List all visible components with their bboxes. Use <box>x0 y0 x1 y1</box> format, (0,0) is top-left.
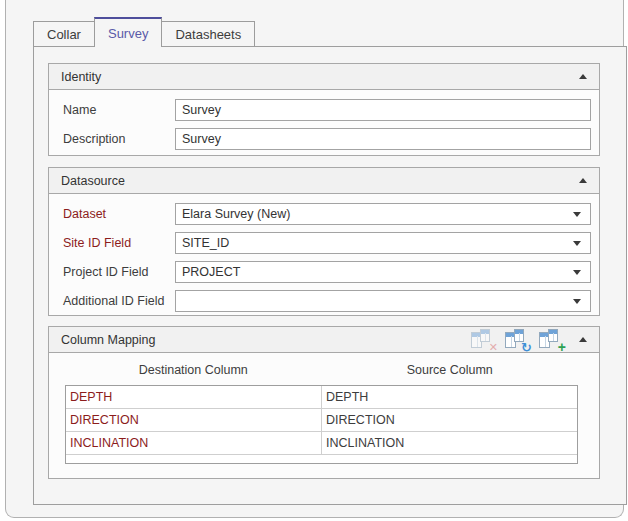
delete-mapping-icon[interactable]: ✕ <box>470 329 497 350</box>
project-id-field-value: PROJECT <box>182 265 240 279</box>
identity-group-title: Identity <box>61 70 101 84</box>
table-glyph <box>548 329 558 342</box>
table-row[interactable]: DEPTH DEPTH <box>66 386 577 409</box>
description-input[interactable] <box>175 128 591 150</box>
name-row: Name <box>63 99 591 121</box>
site-id-field-row: Site ID Field SITE_ID <box>63 232 591 254</box>
mapping-column-headers: Destination Column Source Column <box>65 363 578 377</box>
additional-id-field-row: Additional ID Field <box>63 290 591 312</box>
collapse-caret-icon[interactable] <box>579 178 587 183</box>
green-plus-glyph: + <box>558 340 566 354</box>
project-id-field-dropdown[interactable]: PROJECT <box>175 261 591 283</box>
column-mapping-group: Column Mapping ✕ ↻ + <box>48 326 600 479</box>
additional-id-field-dropdown[interactable] <box>175 290 591 312</box>
description-label: Description <box>63 132 175 146</box>
refresh-mapping-icon[interactable]: ↻ <box>504 329 531 350</box>
destination-column-header: Destination Column <box>65 363 322 377</box>
collapse-caret-icon[interactable] <box>579 74 587 79</box>
project-id-field-row: Project ID Field PROJECT <box>63 261 591 283</box>
source-column-header: Source Column <box>322 363 579 377</box>
dropdown-caret-icon <box>573 212 581 217</box>
site-id-field-value: SITE_ID <box>182 236 229 250</box>
refresh-arrows-glyph: ↻ <box>521 341 532 354</box>
tab-collar[interactable]: Collar <box>33 21 95 47</box>
tab-bar: Collar Survey Datasheets <box>33 17 255 47</box>
add-mapping-icon[interactable]: + <box>538 329 565 350</box>
destination-cell[interactable]: DEPTH <box>66 386 322 408</box>
identity-group-header: Identity <box>49 64 599 90</box>
dropdown-caret-icon <box>573 241 581 246</box>
dataset-label: Dataset <box>63 207 175 221</box>
dropdown-caret-icon <box>573 270 581 275</box>
datasource-group-header: Datasource <box>49 168 599 194</box>
dropdown-caret-icon <box>573 299 581 304</box>
column-mapping-group-header: Column Mapping ✕ ↻ + <box>49 327 599 353</box>
destination-cell[interactable]: INCLINATION <box>66 432 322 454</box>
tab-datasheets[interactable]: Datasheets <box>161 21 255 47</box>
properties-panel: Collar Survey Datasheets Identity Name D… <box>5 0 624 518</box>
column-mapping-toolbar: ✕ ↻ + <box>463 329 565 350</box>
source-cell[interactable]: DEPTH <box>322 386 577 408</box>
dataset-value: Elara Survey (New) <box>182 207 290 221</box>
red-x-glyph: ✕ <box>489 342 498 353</box>
project-id-field-label: Project ID Field <box>63 265 175 279</box>
column-mapping-group-title: Column Mapping <box>61 333 156 347</box>
table-row[interactable]: INCLINATION INCLINATION <box>66 432 577 455</box>
collapse-caret-icon[interactable] <box>579 337 587 342</box>
description-row: Description <box>63 128 591 150</box>
site-id-field-label: Site ID Field <box>63 236 175 250</box>
name-input[interactable] <box>175 99 591 121</box>
identity-group: Identity Name Description <box>48 63 600 156</box>
source-cell[interactable]: DIRECTION <box>322 409 577 431</box>
survey-tab-page: Identity Name Description Datasource <box>33 46 627 505</box>
name-label: Name <box>63 103 175 117</box>
datasource-group: Datasource Dataset Elara Survey (New) Si… <box>48 167 600 316</box>
table-row[interactable]: DIRECTION DIRECTION <box>66 409 577 432</box>
identity-group-body: Name Description <box>49 90 599 150</box>
datasource-group-body: Dataset Elara Survey (New) Site ID Field… <box>49 194 599 312</box>
source-cell[interactable]: INCLINATION <box>322 432 577 454</box>
tab-survey[interactable]: Survey <box>94 17 162 47</box>
destination-cell[interactable]: DIRECTION <box>66 409 322 431</box>
site-id-field-dropdown[interactable]: SITE_ID <box>175 232 591 254</box>
dataset-dropdown[interactable]: Elara Survey (New) <box>175 203 591 225</box>
dataset-row: Dataset Elara Survey (New) <box>63 203 591 225</box>
mapping-table: DEPTH DEPTH DIRECTION DIRECTION INCLINAT… <box>65 385 578 464</box>
datasource-group-title: Datasource <box>61 174 125 188</box>
additional-id-field-label: Additional ID Field <box>63 294 175 308</box>
